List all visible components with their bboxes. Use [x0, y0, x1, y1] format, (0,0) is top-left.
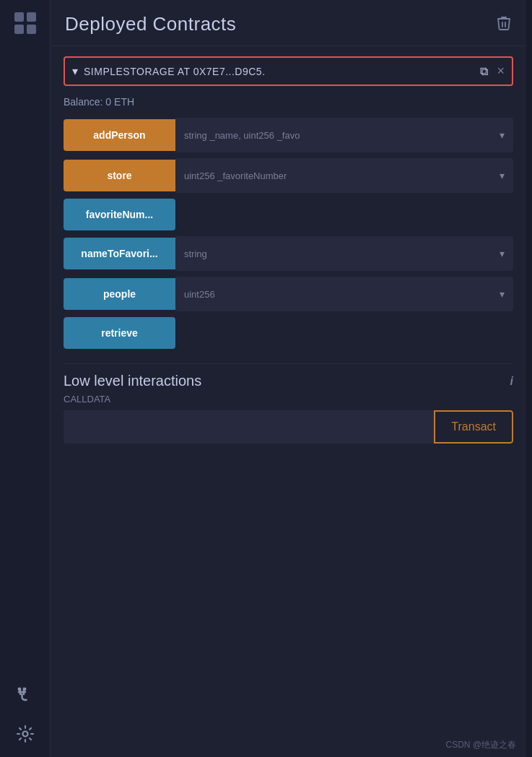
addPerson-input-area: string _name, uint256 _favo ▾	[175, 118, 513, 152]
favoriteNum-button[interactable]: favoriteNum...	[64, 199, 175, 230]
store-chevron-icon[interactable]: ▾	[500, 170, 505, 181]
delete-icon[interactable]	[496, 14, 512, 34]
settings-icon[interactable]	[11, 719, 40, 748]
function-row-store: store uint256 _favoriteNumber ▾	[64, 158, 513, 193]
content-area: ▾ SIMPLESTORAGE AT 0X7E7...D9C5. ⧉ × Bal…	[51, 46, 526, 454]
store-button[interactable]: store	[64, 160, 175, 191]
svg-rect-2	[14, 25, 24, 34]
nameToFavori-button[interactable]: nameToFavori...	[64, 238, 175, 269]
main-panel: Deployed Contracts ▾ SIMPLESTORAGE AT 0X…	[51, 0, 526, 757]
function-row-addPerson: addPerson string _name, uint256 _favo ▾	[64, 118, 513, 152]
page-title: Deployed Contracts	[65, 13, 236, 35]
svg-rect-1	[27, 12, 36, 22]
people-input-area: uint256 ▾	[175, 277, 513, 311]
function-row-nameToFavori: nameToFavori... string ▾	[64, 236, 513, 271]
addPerson-button[interactable]: addPerson	[64, 119, 175, 151]
contract-chevron-icon[interactable]: ▾	[72, 64, 78, 78]
balance-label: Balance: 0 ETH	[64, 96, 513, 108]
function-row-people: people uint256 ▾	[64, 277, 513, 311]
low-level-title: Low level interactions	[64, 373, 201, 389]
contract-address: SIMPLESTORAGE AT 0X7E7...D9C5.	[84, 66, 474, 77]
nameToFavori-chevron-icon[interactable]: ▾	[500, 248, 505, 259]
transact-button[interactable]: Transact	[434, 410, 513, 444]
contract-bar: ▾ SIMPLESTORAGE AT 0X7E7...D9C5. ⧉ ×	[64, 56, 513, 86]
people-params: uint256	[184, 289, 215, 300]
people-chevron-icon[interactable]: ▾	[500, 288, 505, 300]
info-icon[interactable]: i	[510, 375, 513, 388]
section-divider	[64, 363, 513, 364]
addPerson-chevron-icon[interactable]: ▾	[500, 129, 505, 141]
calldata-row: Transact	[64, 410, 513, 444]
sidebar-bottom	[11, 679, 40, 748]
plugin-icon[interactable]	[11, 679, 40, 708]
watermark: CSDN @绝迹之春	[51, 733, 526, 757]
svg-point-6	[22, 732, 27, 737]
copy-icon[interactable]: ⧉	[480, 65, 488, 78]
calldata-label: CALLDATA	[64, 394, 513, 405]
sidebar	[0, 0, 51, 757]
low-level-header: Low level interactions i	[64, 373, 513, 389]
calldata-input[interactable]	[64, 410, 434, 444]
store-input-area: uint256 _favoriteNumber ▾	[175, 158, 513, 193]
close-icon[interactable]: ×	[497, 64, 505, 79]
sidebar-top-icon	[11, 9, 40, 38]
function-row-retrieve: retrieve	[64, 317, 513, 349]
addPerson-params: string _name, uint256 _favo	[184, 130, 300, 141]
right-edge	[526, 0, 532, 757]
retrieve-button[interactable]: retrieve	[64, 317, 175, 349]
function-row-favoriteNum: favoriteNum...	[64, 199, 513, 230]
svg-rect-3	[27, 25, 36, 34]
panel-header: Deployed Contracts	[51, 0, 526, 46]
nameToFavori-params: string	[184, 248, 207, 259]
svg-rect-0	[14, 12, 24, 22]
nameToFavori-input-area: string ▾	[175, 236, 513, 271]
people-button[interactable]: people	[64, 278, 175, 310]
store-params: uint256 _favoriteNumber	[184, 170, 287, 181]
